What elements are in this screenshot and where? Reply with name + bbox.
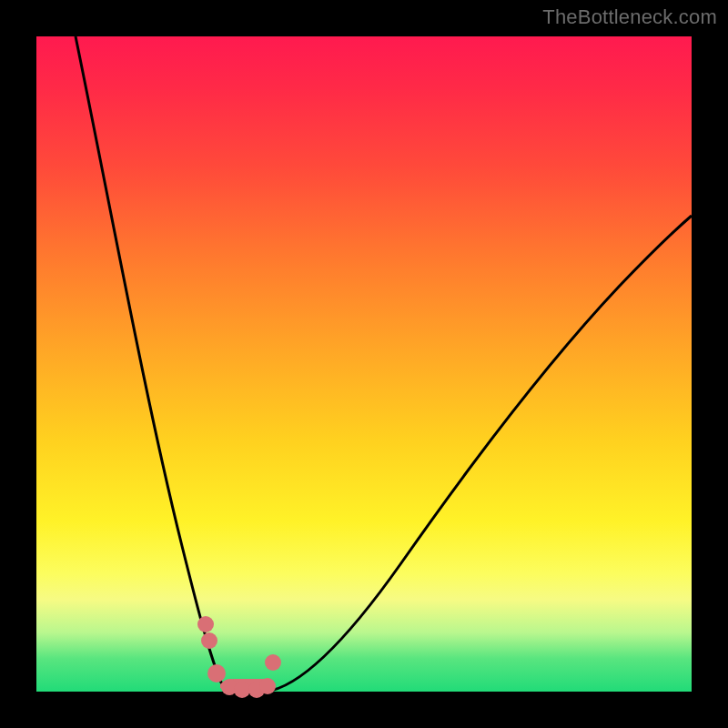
chart-frame: TheBottleneck.com bbox=[0, 0, 728, 728]
left-curve bbox=[76, 36, 233, 692]
marker-dot bbox=[259, 678, 276, 694]
curve-layer bbox=[36, 36, 692, 692]
trough-markers bbox=[197, 616, 281, 698]
marker-dot bbox=[197, 616, 214, 632]
right-curve bbox=[266, 216, 692, 692]
marker-dot bbox=[265, 654, 281, 671]
marker-dot bbox=[207, 664, 226, 682]
watermark-text: TheBottleneck.com bbox=[542, 5, 717, 29]
marker-dot bbox=[201, 632, 217, 649]
plot-area bbox=[36, 36, 692, 692]
marker-dot bbox=[234, 682, 250, 698]
